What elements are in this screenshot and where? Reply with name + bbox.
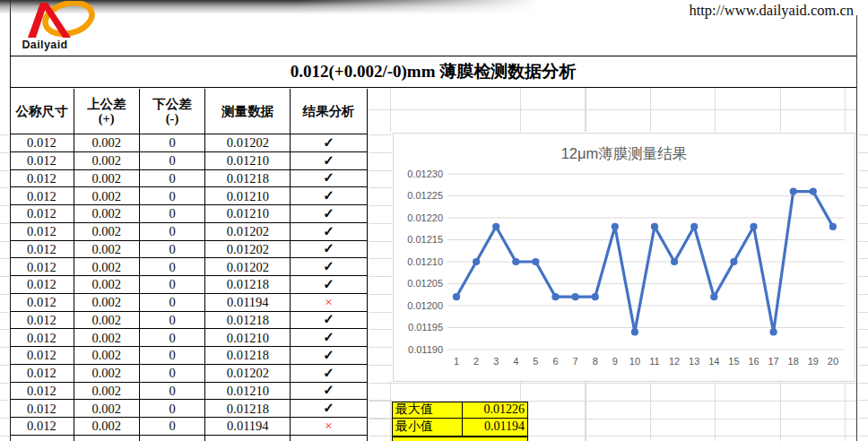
cell-lower-tolerance: 0: [140, 205, 206, 223]
max-label: 最大值: [392, 402, 462, 419]
cell-result: ✓: [291, 134, 367, 152]
table-row: 0.0120.00200.01202✓: [10, 258, 367, 276]
sheet-right-border: [856, 15, 857, 441]
svg-text:0.01230: 0.01230: [407, 169, 443, 179]
svg-text:0.01205: 0.01205: [407, 278, 443, 289]
table-row: 0.0120.00200.01202✓: [10, 365, 367, 383]
svg-text:14: 14: [708, 356, 719, 367]
cell-measured: 0.01210: [205, 187, 291, 205]
cell-lower-tolerance: 0: [140, 312, 206, 330]
cell-nominal: 0.012: [10, 347, 74, 365]
max-value: 0.01226: [462, 402, 528, 419]
cell-lower-tolerance: 0: [140, 170, 206, 188]
table-row: 0.0120.00200.01210✓: [10, 383, 367, 401]
cell-lower-tolerance: 0: [140, 329, 206, 347]
cell-measured: 0.01194: [205, 418, 291, 436]
table-row: 0.0120.00200.01218✓: [10, 170, 367, 188]
table-row: 0.0120.00200.01210✓: [10, 329, 367, 347]
cell-upper-tolerance: 0.002: [74, 187, 140, 205]
cell-upper-tolerance: 0.002: [74, 258, 140, 276]
cell-lower-tolerance: 0: [140, 152, 206, 170]
table-row: 0.0120.00200.01218✓: [10, 312, 367, 330]
table-header-row: 公称尺寸上公差(+)下公差(-)测量数据结果分析: [10, 89, 367, 135]
summary-row-max: 最大值 0.01226: [392, 402, 528, 419]
cell-measured: 0.01202: [205, 134, 291, 152]
min-label: 最小值: [392, 419, 462, 437]
cell-result: ✓: [291, 223, 367, 241]
cell-result: ✓: [291, 383, 367, 401]
cell-lower-tolerance: 0: [140, 365, 206, 383]
cell-nominal: 0.012: [10, 276, 74, 294]
cell-upper-tolerance: 0.002: [74, 365, 140, 383]
svg-text:0.01195: 0.01195: [408, 322, 443, 333]
svg-text:4: 4: [513, 356, 518, 367]
right-margin-gridlines: [858, 134, 868, 441]
cell-upper-tolerance: 0.002: [74, 170, 140, 188]
cell-lower-tolerance: 0: [140, 187, 206, 205]
table-row: 0.0120.00200.01194×: [10, 418, 367, 436]
cell-upper-tolerance: 0.002: [74, 294, 140, 312]
svg-text:8: 8: [593, 356, 598, 367]
table-header-cell: 上公差(+): [74, 89, 140, 135]
cell-upper-tolerance: 0.002: [74, 241, 140, 259]
table-row: 0.0120.00200.01210✓: [10, 187, 367, 205]
cell-result: ✓: [291, 205, 367, 223]
cell-nominal: 0.012: [10, 258, 74, 276]
svg-text:5: 5: [533, 356, 538, 367]
table-header-cell: 公称尺寸: [10, 89, 74, 135]
table-row: 0.0120.00200.01202✓: [10, 134, 367, 152]
svg-text:0.01225: 0.01225: [407, 190, 443, 201]
table-header-cell: 下公差(-): [140, 89, 206, 135]
svg-text:17: 17: [768, 356, 778, 367]
cell-lower-tolerance: 0: [140, 418, 206, 436]
table-row: 0.0120.00200.01210✓: [10, 205, 367, 223]
cell-measured: 0.01218: [205, 170, 291, 188]
table-header-cell: 测量数据: [205, 89, 291, 135]
cell-nominal: 0.012: [10, 365, 74, 383]
cell-result: ✓: [291, 347, 367, 365]
svg-text:20: 20: [828, 356, 838, 367]
cell-lower-tolerance: 0: [140, 134, 206, 152]
cell-lower-tolerance: 0: [140, 383, 206, 401]
svg-text:10: 10: [629, 356, 640, 367]
measurement-chart-svg: 0.011900.011950.012000.012050.012100.012…: [394, 134, 855, 381]
svg-text:0.01215: 0.01215: [407, 234, 443, 245]
cell-lower-tolerance: 0: [140, 258, 206, 276]
cell-measured: 0.01194: [205, 294, 291, 312]
cell-nominal: 0.012: [10, 329, 74, 347]
svg-text:2: 2: [473, 356, 479, 367]
sheet-left-border: [10, 0, 12, 441]
title-row-bottom-border: [10, 87, 856, 89]
table-row: 0.0120.00200.01218✓: [10, 347, 367, 365]
cell-result: ✓: [291, 365, 367, 383]
cell-nominal: 0.012: [10, 294, 74, 312]
cell-lower-tolerance: 0: [140, 241, 206, 259]
cell-upper-tolerance: 0.002: [74, 223, 140, 241]
cell-upper-tolerance: 0.002: [74, 312, 140, 330]
cell-lower-tolerance: 0: [140, 347, 206, 365]
logo-wordmark: Dailyaid: [14, 39, 75, 51]
svg-text:11: 11: [649, 356, 659, 367]
cell-upper-tolerance: 0.002: [74, 418, 140, 436]
cell-result: ✓: [291, 258, 367, 276]
cell-measured: 0.01202: [205, 241, 291, 259]
svg-text:13: 13: [689, 356, 699, 367]
svg-text:0.01200: 0.01200: [407, 300, 443, 311]
cell-measured: 0.01202: [205, 365, 291, 383]
min-value: 0.01194: [462, 419, 528, 437]
svg-text:16: 16: [748, 356, 759, 367]
cell-result: ✓: [291, 329, 367, 347]
website-url[interactable]: http://www.dailyaid.com.cn: [574, 1, 854, 20]
cell-upper-tolerance: 0.002: [74, 347, 140, 365]
table-row: 0.0120.00200.01202✓: [10, 223, 367, 241]
cell-nominal: 0.012: [10, 400, 74, 418]
cell-measured: 0.01218: [205, 276, 291, 294]
svg-text:15: 15: [728, 356, 739, 367]
cell-measured: 0.01210: [205, 205, 291, 223]
cell-nominal: 0.012: [10, 383, 74, 401]
svg-text:0.01220: 0.01220: [407, 212, 443, 223]
svg-text:0.01210: 0.01210: [407, 256, 443, 267]
svg-text:3: 3: [493, 356, 499, 367]
svg-text:12: 12: [669, 356, 680, 367]
cell-upper-tolerance: 0.002: [74, 400, 140, 418]
